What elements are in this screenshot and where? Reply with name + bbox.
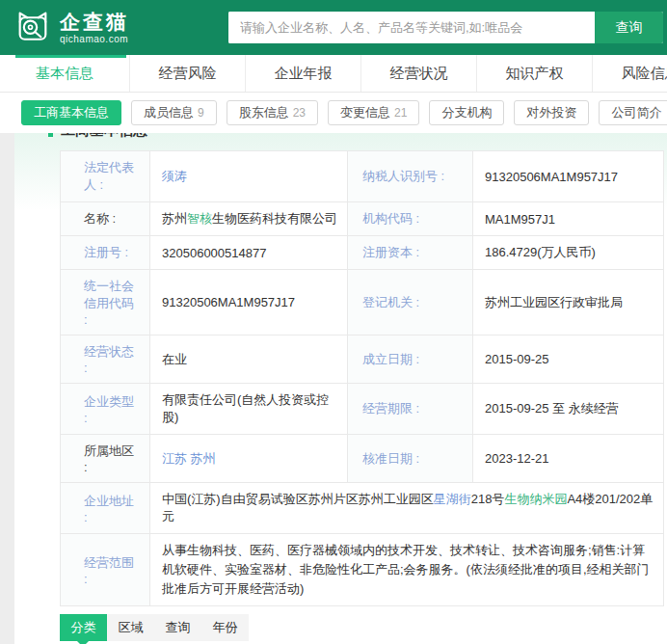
tab-risk-info[interactable]: 风险信息: [593, 55, 667, 92]
subnav-shareholders-label: 股东信息: [239, 105, 289, 120]
credit-code-value: 91320506MA1M957J17: [150, 270, 348, 335]
operating-period-label: 经营期限 :: [348, 384, 473, 435]
address-seg-3: 218号: [471, 492, 505, 506]
business-scope-value: 从事生物科技、医药、医疗器械领域内的技术开发、技术转让、技术咨询服务;销售:计算…: [150, 534, 664, 606]
legal-representative-link[interactable]: 须涛: [162, 169, 187, 183]
approval-date-label: 核准日期 :: [348, 435, 473, 483]
subnav-shareholders[interactable]: 股东信息23: [227, 100, 318, 125]
registration-authority-value: 苏州工业园区行政审批局: [473, 270, 664, 335]
section-bullet-icon: [48, 133, 53, 137]
establish-date-value: 2015-09-25: [473, 335, 664, 384]
subnav: 工商基本信息 成员信息9 股东信息23 变更信息21 分支机构 对外投资 公司简…: [0, 93, 667, 133]
brand-logo[interactable]: 企查猫 qichamao.com: [13, 7, 129, 49]
row-address: 企业地址 : 中国(江苏)自由贸易试验区苏州片区苏州工业园区星湖街218号生物纳…: [61, 483, 664, 534]
company-name-highlight: 智核: [187, 211, 212, 226]
registration-info-card: 工商基本信息 法定代表人 : 须涛 纳税人识别号 : 91320506MA1M9…: [14, 133, 667, 644]
subnav-registration-basic-info[interactable]: 工商基本信息: [21, 100, 121, 125]
operating-status-value: 在业: [150, 335, 348, 384]
credit-code-label: 统一社会信用代码 :: [61, 270, 150, 335]
section-title: 工商基本信息: [48, 133, 667, 139]
tab-basic-info[interactable]: 基本信息: [0, 55, 130, 92]
address-label: 企业地址 :: [61, 483, 150, 534]
approval-date-value: 2023-12-21: [473, 435, 664, 483]
tagbar-tab-category[interactable]: 分类: [60, 614, 107, 641]
legal-representative-label: 法定代表人 :: [61, 151, 150, 202]
app-header: 企查猫 qichamao.com 查询: [0, 0, 667, 55]
region-link[interactable]: 江苏 苏州: [162, 451, 216, 466]
row-company-name: 名称 : 苏州智核生物医药科技有限公司 机构代码 : MA1M957J1: [61, 202, 664, 236]
subnav-members[interactable]: 成员信息9: [131, 100, 217, 125]
tab-intellectual-property[interactable]: 知识产权: [477, 55, 593, 92]
subnav-shareholders-count: 23: [293, 106, 306, 120]
main-nav-tabs: 基本信息 经营风险 企业年报 经营状况 知识产权 风险信息: [0, 55, 667, 93]
page: 企查猫 qichamao.com 查询 基本信息 经营风险 企业年报 经营状况 …: [0, 0, 667, 644]
cat-magnifier-logo-icon: [13, 7, 52, 49]
brand-title: 企查猫: [60, 12, 129, 32]
company-type-label: 企业类型 :: [61, 384, 150, 435]
region-label: 所属地区 :: [61, 435, 150, 483]
company-name-pre: 苏州: [162, 211, 187, 226]
subnav-changes-label: 变更信息: [340, 105, 390, 120]
address-biobay-link[interactable]: 生物纳米园: [504, 492, 567, 506]
row-registration-number: 注册号 : 320506000514877 注册资本 : 186.4729(万人…: [61, 236, 664, 270]
subnav-outbound-investment[interactable]: 对外投资: [514, 100, 589, 125]
establish-date-label: 成立日期 :: [348, 335, 473, 384]
subnav-members-label: 成员信息: [144, 105, 194, 120]
subnav-company-profile[interactable]: 公司简介: [599, 100, 667, 125]
tab-annual-report[interactable]: 企业年报: [246, 55, 361, 92]
search-button[interactable]: 查询: [595, 12, 663, 43]
tag-filter-bar: 分类 区域 查询 年份: [60, 614, 249, 641]
subnav-members-count: 9: [198, 106, 204, 120]
address-seg-1: 中国(江苏)自由贸易试验区苏州片区苏州工业园区: [162, 492, 434, 506]
operating-status-label: 经营状态 :: [61, 335, 150, 384]
company-name-value: 苏州智核生物医药科技有限公司: [150, 202, 348, 236]
row-legal-representative: 法定代表人 : 须涛 纳税人识别号 : 91320506MA1M957J17: [61, 151, 664, 202]
subnav-changes-count: 21: [394, 106, 407, 120]
row-credit-code: 统一社会信用代码 : 91320506MA1M957J17 登记机关 : 苏州工…: [61, 270, 664, 335]
brand-text: 企查猫 qichamao.com: [60, 12, 129, 44]
company-info-table: 法定代表人 : 须涛 纳税人识别号 : 91320506MA1M957J17 名…: [60, 150, 664, 606]
tab-operating-risk[interactable]: 经营风险: [130, 55, 246, 92]
content-area: 工商基本信息 法定代表人 : 须涛 纳税人识别号 : 91320506MA1M9…: [0, 133, 667, 644]
registration-number-label: 注册号 :: [61, 236, 150, 270]
row-operating-status: 经营状态 : 在业 成立日期 : 2015-09-25: [61, 335, 664, 384]
org-code-value: MA1M957J1: [473, 202, 664, 236]
taxpayer-id-value: 91320506MA1M957J17: [473, 151, 664, 202]
subnav-branches[interactable]: 分支机构: [429, 100, 504, 125]
registered-capital-label: 注册资本 :: [348, 236, 473, 270]
address-value: 中国(江苏)自由贸易试验区苏州片区苏州工业园区星湖街218号生物纳米园A4楼20…: [150, 483, 664, 534]
search-input[interactable]: [228, 12, 595, 43]
registration-number-value: 320506000514877: [150, 236, 348, 270]
company-name-post: 生物医药科技有限公司: [212, 211, 337, 226]
org-code-label: 机构代码 :: [348, 202, 473, 236]
row-region: 所属地区 : 江苏 苏州 核准日期 : 2023-12-21: [61, 435, 664, 483]
subnav-changes[interactable]: 变更信息21: [328, 100, 419, 125]
section-title-text: 工商基本信息: [61, 133, 147, 140]
company-type-value: 有限责任公司(自然人投资或控股): [150, 384, 348, 435]
registration-authority-label: 登记机关 :: [348, 270, 473, 335]
row-company-type: 企业类型 : 有限责任公司(自然人投资或控股) 经营期限 : 2015-09-2…: [61, 384, 664, 435]
row-business-scope: 经营范围 : 从事生物科技、医药、医疗器械领域内的技术开发、技术转让、技术咨询服…: [61, 534, 664, 606]
brand-domain: qichamao.com: [60, 35, 129, 44]
registered-capital-value: 186.4729(万人民币): [473, 236, 664, 270]
business-scope-label: 经营范围 :: [61, 534, 150, 606]
operating-period-value: 2015-09-25 至 永续经营: [473, 384, 664, 435]
search-bar: 查询: [228, 12, 663, 43]
address-street-link[interactable]: 星湖街: [434, 492, 471, 506]
taxpayer-id-label: 纳税人识别号 :: [348, 151, 473, 202]
tagbar-tab-year[interactable]: 年份: [201, 614, 249, 641]
tagbar-tab-region[interactable]: 区域: [107, 614, 154, 641]
tagbar-tab-query[interactable]: 查询: [154, 614, 201, 641]
company-name-label: 名称 :: [61, 202, 150, 236]
tab-operating-status[interactable]: 经营状况: [361, 55, 477, 92]
